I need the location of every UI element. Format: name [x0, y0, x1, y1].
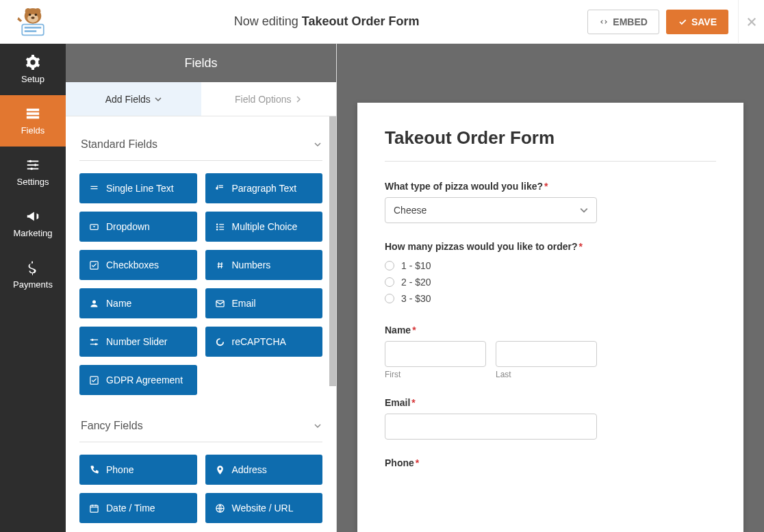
- field-checkboxes[interactable]: Checkboxes: [79, 250, 197, 280]
- field-number-slider[interactable]: Number Slider: [79, 327, 197, 357]
- field-label: Number Slider: [106, 336, 167, 347]
- divider: [385, 161, 716, 162]
- radio-option-3[interactable]: 3 - $30: [385, 290, 716, 307]
- svg-rect-11: [27, 112, 39, 115]
- field-label: reCAPTCHA: [232, 336, 286, 347]
- app-logo: [0, 6, 66, 38]
- required-asterisk: *: [579, 241, 583, 252]
- dollar-icon: [25, 260, 40, 275]
- nav-setup-label: Setup: [21, 74, 44, 84]
- form-preview-area: Takeout Order Form What type of pizza wo…: [337, 44, 764, 532]
- tab-field-options-label: Field Options: [235, 94, 291, 105]
- field-website[interactable]: Website / URL: [205, 493, 323, 523]
- svg-point-31: [91, 338, 93, 340]
- first-name-input[interactable]: [385, 341, 486, 367]
- field-datetime[interactable]: Date / Time: [79, 493, 197, 523]
- save-button[interactable]: SAVE: [666, 10, 728, 34]
- first-name-col: First: [385, 341, 486, 379]
- chevron-down-icon: [314, 422, 321, 429]
- field-label: Numbers: [232, 259, 271, 270]
- field-numbers[interactable]: Numbers: [205, 250, 323, 280]
- required-asterisk: *: [411, 397, 415, 408]
- field-pizza-type[interactable]: What type of pizza would you like?* Chee…: [385, 181, 716, 223]
- field-dropdown[interactable]: Dropdown: [79, 212, 197, 242]
- field-label: GDPR Agreement: [106, 375, 183, 385]
- last-sublabel: Last: [496, 370, 597, 379]
- field-label: Email: [232, 298, 256, 309]
- recaptcha-icon: [215, 337, 225, 347]
- radio-label: 2 - $20: [401, 277, 431, 288]
- close-icon: [746, 16, 758, 28]
- close-button[interactable]: [738, 0, 764, 44]
- chevron-right-icon: [295, 96, 302, 103]
- field-phone[interactable]: Phone: [79, 455, 197, 485]
- svg-point-4: [29, 13, 31, 16]
- svg-rect-13: [27, 161, 39, 162]
- email-input[interactable]: [385, 414, 597, 440]
- field-phone[interactable]: Phone*: [385, 457, 716, 468]
- embed-button[interactable]: EMBED: [587, 10, 659, 34]
- dropdown-icon: [89, 222, 99, 232]
- field-label: Paragraph Text: [232, 183, 297, 194]
- field-pizza-count[interactable]: How many pizzas would you like to order?…: [385, 241, 716, 307]
- text-icon: [89, 183, 99, 194]
- nav-setup[interactable]: Setup: [0, 44, 66, 95]
- field-label: Multiple Choice: [232, 221, 298, 232]
- check-square-icon: [89, 260, 99, 270]
- svg-point-1: [25, 8, 31, 14]
- label-text: Email: [385, 397, 410, 408]
- field-label: Address: [232, 464, 267, 475]
- field-label: Name: [106, 298, 131, 309]
- section-standard-fields[interactable]: Standard Fields: [79, 129, 322, 161]
- fields-tabs: Add Fields Field Options: [66, 82, 336, 116]
- field-address[interactable]: Address: [205, 455, 323, 485]
- save-label: SAVE: [691, 16, 717, 27]
- field-label: Date / Time: [106, 503, 155, 514]
- field-email[interactable]: Email: [205, 288, 323, 318]
- field-email[interactable]: Email*: [385, 397, 716, 440]
- svg-point-22: [216, 226, 218, 228]
- field-label: Checkboxes: [106, 259, 159, 270]
- top-actions: EMBED SAVE: [587, 10, 738, 34]
- radio-option-1[interactable]: 1 - $10: [385, 257, 716, 274]
- nav-settings[interactable]: Settings: [0, 147, 66, 198]
- globe-icon: [215, 503, 225, 514]
- list-icon: [215, 222, 225, 232]
- bullhorn-icon: [25, 209, 40, 224]
- panel-scrollbar[interactable]: [329, 116, 336, 386]
- check-square-icon: [89, 375, 99, 385]
- radio-option-2[interactable]: 2 - $20: [385, 274, 716, 290]
- main-area: Setup Fields Settings Marketing Payments…: [0, 44, 764, 532]
- top-bar: Now editing Takeout Order Form EMBED SAV…: [0, 0, 764, 44]
- nav-fields-label: Fields: [21, 125, 45, 136]
- field-gdpr-agreement[interactable]: GDPR Agreement: [79, 365, 197, 395]
- standard-fields-grid: Single Line Text Paragraph Text Dropdown…: [79, 173, 322, 395]
- field-name[interactable]: Name* First Last: [385, 325, 716, 379]
- code-icon: [599, 17, 609, 27]
- tab-field-options[interactable]: Field Options: [201, 82, 337, 116]
- field-single-line-text[interactable]: Single Line Text: [79, 173, 197, 203]
- svg-point-17: [34, 164, 37, 166]
- nav-fields[interactable]: Fields: [0, 95, 66, 147]
- field-multiple-choice[interactable]: Multiple Choice: [205, 212, 323, 242]
- fields-panel-header-label: Fields: [184, 56, 217, 71]
- svg-point-24: [216, 229, 218, 231]
- section-standard-label: Standard Fields: [81, 138, 157, 151]
- chevron-down-icon: [155, 96, 162, 103]
- section-fancy-fields[interactable]: Fancy Fields: [79, 410, 322, 442]
- nav-marketing[interactable]: Marketing: [0, 198, 66, 249]
- required-asterisk: *: [544, 181, 548, 192]
- scrollbar-thumb[interactable]: [329, 116, 336, 386]
- svg-rect-34: [90, 505, 98, 512]
- field-name[interactable]: Name: [79, 288, 197, 318]
- field-recaptcha[interactable]: reCAPTCHA: [205, 327, 323, 357]
- label-text: Phone: [385, 457, 414, 468]
- field-paragraph-text[interactable]: Paragraph Text: [205, 173, 323, 203]
- last-name-input[interactable]: [496, 341, 597, 367]
- nav-payments[interactable]: Payments: [0, 249, 66, 301]
- pizza-type-select[interactable]: Cheese: [385, 197, 597, 223]
- tab-add-fields[interactable]: Add Fields: [66, 82, 201, 116]
- gear-icon: [25, 55, 40, 70]
- svg-point-20: [216, 223, 218, 225]
- person-icon: [89, 299, 99, 309]
